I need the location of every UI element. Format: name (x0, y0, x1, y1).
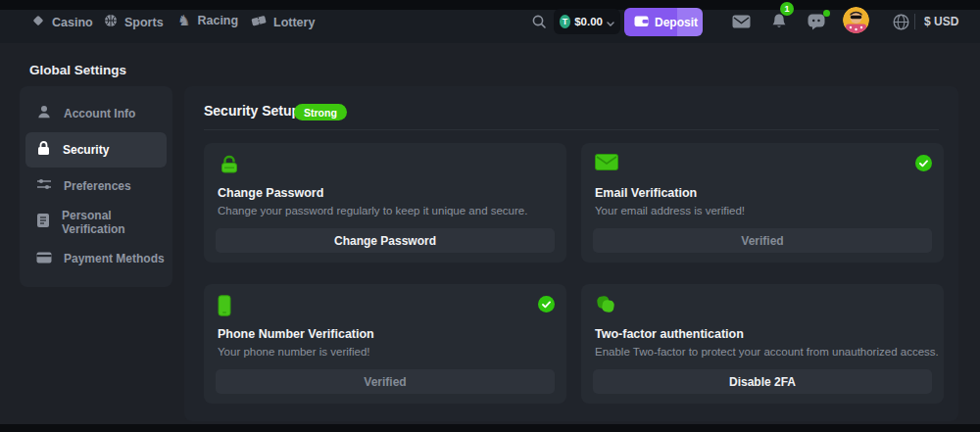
nav-item-racing[interactable]: ♞ Racing (177, 14, 238, 27)
card-description: Enable Two-factor to protect your accoun… (595, 346, 939, 358)
verified-check-icon (538, 296, 555, 312)
basketball-icon (104, 14, 118, 31)
phone-verification-card: Phone Number Verification Your phone num… (204, 284, 566, 404)
horse-icon: ♞ (177, 14, 190, 27)
deposit-button[interactable]: Deposit (624, 8, 703, 36)
wallet-icon (634, 15, 649, 30)
ticket-icon (251, 14, 267, 31)
page-title: Global Settings (29, 63, 126, 77)
casino-diamond-icon (31, 14, 45, 31)
sidebar-item-security[interactable]: Security (25, 132, 167, 168)
shield-icon (595, 295, 618, 320)
card-title: Change Password (218, 186, 323, 200)
top-navbar: Casino Sports ♞ Racing Lottery T $0.00 (0, 0, 980, 43)
security-setup-panel: Security Setup Strong Change Password Ch… (184, 86, 958, 421)
email-verification-card: Email Verification Your email address is… (581, 143, 944, 263)
sidebar-item-payment-methods[interactable]: Payment Methods (25, 241, 167, 276)
password-strength-badge: Strong (294, 104, 347, 120)
document-icon (36, 213, 50, 232)
person-icon (36, 104, 52, 123)
phone-icon (218, 295, 231, 320)
sliders-icon (36, 177, 52, 195)
envelope-icon (595, 154, 618, 174)
deposit-label: Deposit (655, 16, 698, 29)
card-title: Two-factor authentication (595, 327, 744, 341)
section-divider (204, 129, 939, 130)
card-title: Email Verification (595, 186, 697, 200)
chevron-down-icon (607, 13, 614, 30)
tether-coin-icon: T (560, 15, 570, 28)
chat-online-dot (823, 10, 830, 17)
credit-card-icon (36, 250, 52, 267)
change-password-card: Change Password Change your password reg… (204, 143, 566, 263)
app-window: Casino Sports ♞ Racing Lottery T $0.00 (0, 0, 980, 432)
card-description: Your phone number is verified! (218, 346, 370, 358)
phone-verified-button[interactable]: Verified (216, 369, 555, 394)
header-divider (914, 14, 915, 29)
user-avatar[interactable] (843, 7, 869, 33)
window-bottom-edge (0, 424, 980, 432)
currency-selector[interactable]: $ USD (924, 15, 958, 28)
lock-icon (218, 154, 241, 179)
balance-amount: $0.00 (574, 16, 603, 27)
lock-icon (36, 140, 51, 160)
window-top-edge (0, 0, 980, 10)
card-description: Your email address is verified! (595, 205, 745, 216)
settings-sidebar: Account Info Security Preferences Person… (20, 86, 172, 287)
card-title: Phone Number Verification (218, 327, 374, 341)
nav-label: Lottery (273, 16, 315, 29)
sidebar-item-account-info[interactable]: Account Info (25, 96, 167, 131)
search-icon[interactable] (531, 14, 547, 33)
nav-item-lottery[interactable]: Lottery (251, 14, 315, 31)
verified-check-icon (915, 155, 932, 171)
wallet-balance-selector[interactable]: T $0.00 (554, 9, 620, 34)
bell-icon[interactable] (771, 13, 787, 34)
sidebar-item-label: Preferences (64, 179, 131, 193)
sidebar-item-personal-verification[interactable]: Personal Verification (25, 205, 167, 240)
notification-count-badge: 1 (780, 2, 794, 16)
card-description: Change your password regularly to keep i… (218, 205, 527, 216)
change-password-button[interactable]: Change Password (216, 228, 555, 253)
sidebar-item-label: Security (63, 143, 109, 157)
nav-label: Racing (197, 14, 238, 27)
section-title: Security Setup (204, 103, 300, 119)
nav-label: Sports (124, 16, 164, 29)
two-factor-card: Two-factor authentication Enable Two-fac… (581, 284, 944, 404)
sidebar-item-label: Personal Verification (62, 209, 167, 236)
nav-item-casino[interactable]: Casino (31, 14, 93, 31)
disable-2fa-button[interactable]: Disable 2FA (593, 369, 932, 394)
nav-item-sports[interactable]: Sports (104, 14, 164, 31)
email-verified-button[interactable]: Verified (593, 228, 932, 253)
sidebar-item-label: Payment Methods (64, 252, 165, 265)
sidebar-item-label: Account Info (64, 107, 135, 120)
nav-label: Casino (52, 16, 93, 29)
globe-language-icon[interactable] (893, 14, 909, 34)
mail-icon[interactable] (732, 15, 751, 32)
sidebar-item-preferences[interactable]: Preferences (25, 168, 167, 204)
chat-icon[interactable] (808, 14, 825, 34)
